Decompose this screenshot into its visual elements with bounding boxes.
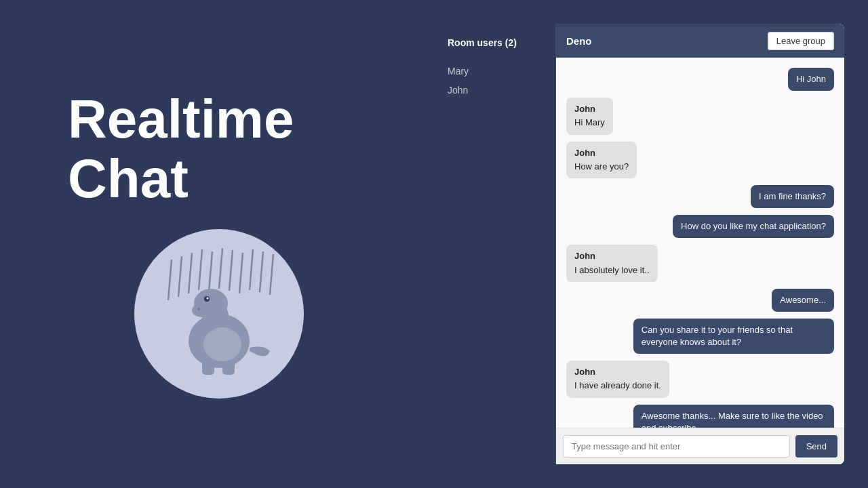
message-row: Awesome thanks... Make sure to like the … xyxy=(566,405,834,428)
svg-line-9 xyxy=(168,260,172,300)
message-text: Hi John xyxy=(796,74,826,84)
svg-point-18 xyxy=(203,327,241,361)
message-text: Can you share it to your friends so that… xyxy=(642,325,793,347)
chat-input-area: Send xyxy=(556,428,844,464)
message-row: Can you share it to your friends so that… xyxy=(566,319,834,354)
leave-group-button[interactable]: Leave group xyxy=(768,32,834,50)
message-sender: John xyxy=(574,147,629,159)
chat-room-name: Deno xyxy=(566,35,592,47)
svg-line-10 xyxy=(270,254,273,295)
dino-circle xyxy=(134,229,304,399)
app-title-line1: Realtime xyxy=(68,89,294,149)
message-bubble: John Hi Mary xyxy=(566,98,613,134)
message-row: John I absolutely love it.. xyxy=(566,245,834,281)
svg-point-16 xyxy=(206,298,208,300)
message-bubble: Awesome... xyxy=(772,289,834,312)
sidebar-user-mary: Mary xyxy=(448,62,545,81)
sidebar-user-john: John xyxy=(448,81,545,100)
message-text: How do you like my chat application? xyxy=(681,221,826,231)
message-bubble: I am fine thanks? xyxy=(751,185,834,208)
message-text: I absolutely love it.. xyxy=(574,265,650,275)
svg-rect-20 xyxy=(222,361,235,375)
message-row: How do you like my chat application? xyxy=(566,215,834,238)
message-bubble: John I have already done it. xyxy=(566,361,669,397)
message-input[interactable] xyxy=(563,435,790,458)
message-row: I am fine thanks? xyxy=(566,185,834,208)
message-bubble: Can you share it to your friends so that… xyxy=(633,319,834,354)
left-panel: Realtime Chat xyxy=(0,0,437,488)
message-sender: John xyxy=(574,103,605,115)
svg-line-5 xyxy=(239,253,243,293)
svg-line-0 xyxy=(189,253,192,293)
message-row: John I have already done it. xyxy=(566,361,834,397)
app-title-line2: Chat xyxy=(68,149,294,209)
svg-line-1 xyxy=(199,249,202,290)
chat-main: Deno Leave group Hi John John Hi Mary xyxy=(556,24,844,464)
message-text: I have already done it. xyxy=(574,380,661,390)
svg-line-3 xyxy=(219,248,222,289)
message-bubble: John I absolutely love it.. xyxy=(566,245,658,281)
chat-header: Deno Leave group xyxy=(556,24,844,58)
message-sender: John xyxy=(574,366,661,378)
message-text: Awesome... xyxy=(780,295,826,305)
message-bubble: John How are you? xyxy=(566,142,637,178)
message-row: John Hi Mary xyxy=(566,98,834,134)
sidebar: Room users (2) Mary John xyxy=(437,24,556,464)
message-text: I am fine thanks? xyxy=(759,191,826,201)
svg-line-6 xyxy=(250,249,253,290)
dino-container xyxy=(134,229,304,399)
chat-area: Room users (2) Mary John Deno Leave grou… xyxy=(437,24,844,464)
message-text: How are you? xyxy=(574,161,629,171)
message-bubble: How do you like my chat application? xyxy=(673,215,834,238)
svg-rect-19 xyxy=(202,361,214,375)
send-button[interactable]: Send xyxy=(795,435,837,458)
svg-line-7 xyxy=(178,256,182,297)
message-text: Awesome thanks... Make sure to like the … xyxy=(642,411,823,428)
svg-line-8 xyxy=(260,251,263,292)
message-row: John How are you? xyxy=(566,142,834,178)
svg-line-4 xyxy=(229,250,233,291)
message-row: Hi John xyxy=(566,68,834,91)
message-bubble: Hi John xyxy=(788,68,834,91)
message-bubble: Awesome thanks... Make sure to like the … xyxy=(633,405,834,428)
dino-svg xyxy=(151,246,287,382)
message-text: Hi Mary xyxy=(574,117,605,127)
svg-point-14 xyxy=(192,304,212,317)
chat-messages: Hi John John Hi Mary John How are you? xyxy=(556,58,844,428)
message-sender: John xyxy=(574,250,650,262)
message-row: Awesome... xyxy=(566,289,834,312)
svg-line-2 xyxy=(209,251,212,292)
sidebar-title: Room users (2) xyxy=(448,37,545,48)
svg-point-17 xyxy=(197,308,200,310)
